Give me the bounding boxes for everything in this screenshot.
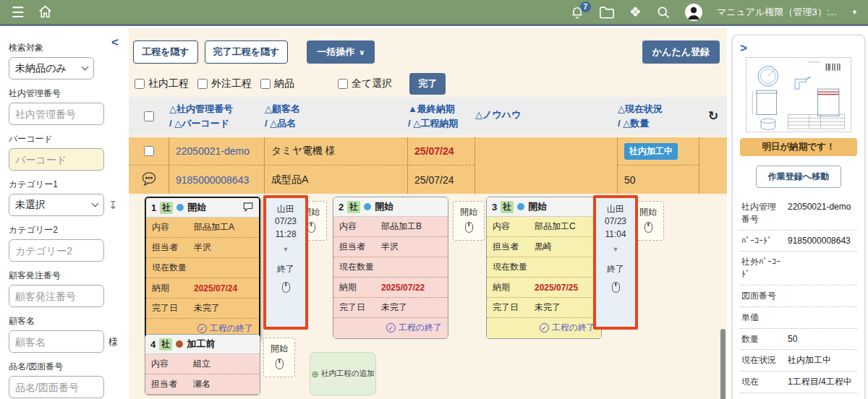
hamburger-menu-icon[interactable]: ☰ [12,5,25,20]
avatar[interactable] [685,4,702,21]
header-select-checkbox[interactable] [144,111,154,121]
product-drawing-input[interactable] [9,376,104,398]
process-card-3[interactable]: 3 社 開始 内容部品加工C 担当者黒崎 現在数量 納期2025/07/25 完… [486,197,602,339]
field-label: 納期 [152,282,194,294]
process-status-label: 開始 [375,200,393,213]
sidebar-collapse-icon[interactable]: < [111,35,119,50]
barcode-label: バーコード [9,133,122,145]
category1-select[interactable]: 未選択 [9,194,104,216]
order-knowhow [475,137,617,166]
add-internal-process-button[interactable]: ⊕ 社内工程の追加 [310,352,376,395]
process-number: 1 [151,202,156,213]
detail-value: 50 [788,333,797,346]
timer-panel-2[interactable]: 山田 07/23 11:04 ▼ 終了 [593,195,638,330]
status-badge[interactable]: 社内加工中 [624,143,678,160]
start-process-button-2[interactable]: 開始 [453,201,485,241]
filter-select-all[interactable]: 全て選択 [338,77,392,90]
end-label[interactable]: 終了 [596,263,635,275]
sort-internal-id[interactable]: △社内管理番号 [169,102,265,116]
panel-expand-icon[interactable]: > [740,41,747,55]
dropbox-icon[interactable]: ❖ [629,5,642,19]
notifications-bell-icon[interactable]: 7 [570,4,584,20]
order-row[interactable]: 22050021-demo 9185000008643 タミヤ電機 様 成型品A… [129,137,727,194]
sort-process-due[interactable]: / △工程納期 [408,116,475,131]
product-drawing-label: 品名/図面番号 [9,361,122,373]
customer-name-input[interactable] [9,330,104,353]
account-caret-down-icon[interactable]: ▼ [851,9,858,16]
folder-icon[interactable] [599,5,615,19]
col-internal-id[interactable]: △社内管理番号 / △バーコード [169,102,265,130]
technical-drawing-thumbnail[interactable] [746,57,851,132]
order-id-link[interactable]: 22050021-demo [169,137,264,166]
column-download-icon[interactable]: ↧ [109,199,118,212]
filter-internal-process[interactable]: 社内工程 [135,77,189,90]
refresh-icon[interactable]: ↻ [708,107,718,126]
field-label: 内容 [152,221,194,233]
process-number: 3 [492,202,497,213]
start-label: 開始 [454,206,484,218]
process-card-1[interactable]: 1 社 開始 内容部品加工A 担当者半沢 現在数量 納期2025/07/24 完… [145,197,260,340]
sort-product[interactable]: / △品名 [265,116,408,131]
end-process-label: 工程の終了 [210,322,253,335]
mouse-click-icon [612,282,620,293]
home-icon[interactable] [38,4,53,20]
bulk-action-button[interactable]: 一括操作 ∨ [307,40,375,64]
timer-panel-1[interactable]: 山田 07/23 11:28 ▼ 終了 [263,195,308,330]
sort-status[interactable]: △現在状況 [618,102,699,116]
detail-label: 図面番号 [741,290,783,302]
process-card-4[interactable]: 4 社 加工前 内容組立 担当者瀬名 [145,334,260,395]
mouse-click-icon [465,222,473,233]
order-barcode-link[interactable]: 9185000008643 [169,166,264,194]
worker-name: 山田 [266,203,305,215]
search-icon[interactable] [656,5,671,20]
filter-internal-process-checkbox[interactable] [135,79,145,89]
customer-name-label: 顧客名 [9,315,122,327]
filter-outsourced-process-checkbox[interactable] [197,79,208,89]
sort-barcode[interactable]: / △バーコード [169,116,265,131]
row-select-checkbox[interactable] [144,146,154,156]
sort-knowhow[interactable]: △ノウハウ [475,108,521,122]
internal-id-input[interactable] [9,103,104,125]
comment-bubble-icon[interactable] [141,171,157,188]
arrow-down-icon: ▼ [596,246,635,253]
filter-delivery[interactable]: 納品 [260,77,294,90]
detail-row-quantity: 数量 50 [740,329,857,351]
filter-outsourced-process[interactable]: 外注工程 [197,77,252,90]
sort-final-due[interactable]: ▲最終納期 [408,102,475,116]
status-dot-started [517,203,524,210]
top-app-bar: ☰ 7 ❖ マニュアル権限（管理3）:... ▼ [0,0,868,26]
go-to-work-register-button[interactable]: 作業登録へ移動 [756,166,841,188]
detail-row-current-process: 現在 1工程目/4工程中 [740,372,857,393]
field-value: 部品加工A [194,221,234,233]
vertical-scrollbar[interactable] [720,329,726,399]
filter-select-all-checkbox[interactable] [338,79,348,89]
sort-quantity[interactable]: / △数量 [618,116,699,131]
col-status[interactable]: △現在状況 / △数量 [618,102,699,130]
col-knowhow[interactable]: △ノウハウ [475,108,618,125]
end-process-link[interactable]: ✓ 工程の終了 [487,318,601,338]
hide-process-button[interactable]: 工程を隠す [133,40,198,64]
end-process-link[interactable]: ✓ 工程の終了 [333,318,448,338]
order-detail-panel: > 明日が納期です！ 作業登録へ移動 社内管理番号 [732,35,865,399]
start-process-button-4[interactable]: 開始 [263,338,295,377]
field-label: 担当者 [493,241,535,253]
process-board-main: 工程を隠す 完了工程を隠す 一括操作 ∨ かんたん登録 社内工程 外注工程 納品… [129,28,727,399]
comment-bubble-icon[interactable] [242,202,254,214]
customer-order-no-input[interactable] [9,285,104,307]
field-label: 担当者 [151,378,193,390]
search-target-select[interactable]: 未納品のみ [9,57,94,80]
complete-button[interactable]: 完了 [409,73,446,95]
easy-register-button[interactable]: かんたん登録 [642,40,720,64]
barcode-input[interactable] [9,148,104,171]
col-customer[interactable]: △顧客名 / △品名 [265,102,408,130]
col-due-date[interactable]: ▲最終納期 / △工程納期 [408,102,475,130]
field-value: 黒崎 [535,241,552,253]
sort-customer[interactable]: △顧客名 [265,102,408,116]
detail-label: ﾊﾞｰｺｰﾄﾞ [741,235,783,247]
end-label[interactable]: 終了 [266,263,305,275]
filter-delivery-checkbox[interactable] [260,79,271,89]
process-card-2[interactable]: 2 社 開始 内容部品加工B 担当者半沢 現在数量 納期2025/07/22 完… [333,197,448,339]
internal-process-badge: 社 [501,201,514,213]
hide-completed-button[interactable]: 完了工程を隠す [205,40,289,64]
category2-input[interactable] [9,239,104,262]
